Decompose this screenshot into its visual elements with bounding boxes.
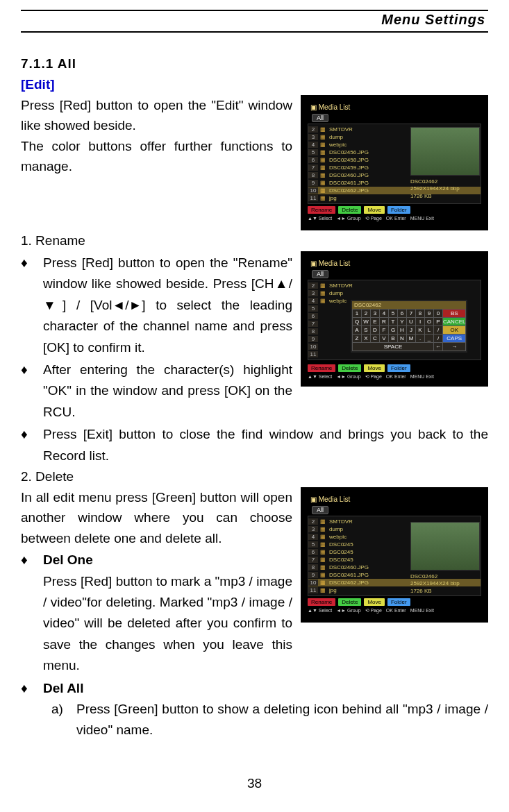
edit-heading: [Edit] xyxy=(21,77,488,92)
rename-bullet-1: Press [Red] button to open the "Rename" … xyxy=(43,253,292,358)
screenshot-rename: ▣ Media List All 2▦SMTDVR 3▦dump 4▦webpi… xyxy=(301,251,488,387)
section-number-title: 7.1.1 All xyxy=(21,56,488,71)
delete-heading: 2. Delete xyxy=(21,469,488,484)
del-all-text: Press [Green] button to show a deleting … xyxy=(76,699,488,741)
rename-bullet-2: After entering the character(s) highligh… xyxy=(43,360,292,423)
bullet-icon: ♦ xyxy=(21,360,31,423)
page-number: 38 xyxy=(0,776,509,791)
screenshot-delete: ▣ Media List All 2▦SMTDVR 3▦dump 4▦webpi… xyxy=(301,487,488,623)
page-header: Menu Settings xyxy=(21,12,488,29)
del-one-heading: Del One xyxy=(43,552,93,567)
rename-heading: 1. Rename xyxy=(21,233,488,248)
del-one-text: Press [Red] button to mark a "mp3 / imag… xyxy=(43,574,292,673)
bullet-icon: ♦ xyxy=(21,678,31,699)
bullet-icon: ♦ xyxy=(21,550,31,676)
screenshot-edit: ▣ Media List All 2▦SMTDVR 3▦dump 4▦webpi… xyxy=(301,95,488,230)
intro-para-2: The color buttons offer further function… xyxy=(21,136,292,177)
intro-para-1: Press [Red] button to open the "Edit" wi… xyxy=(21,95,292,136)
sub-a-label: a) xyxy=(51,699,68,741)
delete-intro: In all edit menu press [Green] button wi… xyxy=(21,487,292,548)
del-all-heading: Del All xyxy=(43,678,488,699)
bullet-icon: ♦ xyxy=(21,424,31,466)
bullet-icon: ♦ xyxy=(21,253,31,358)
rename-bullet-3: Press [Exit] button to close the find wi… xyxy=(43,424,488,466)
